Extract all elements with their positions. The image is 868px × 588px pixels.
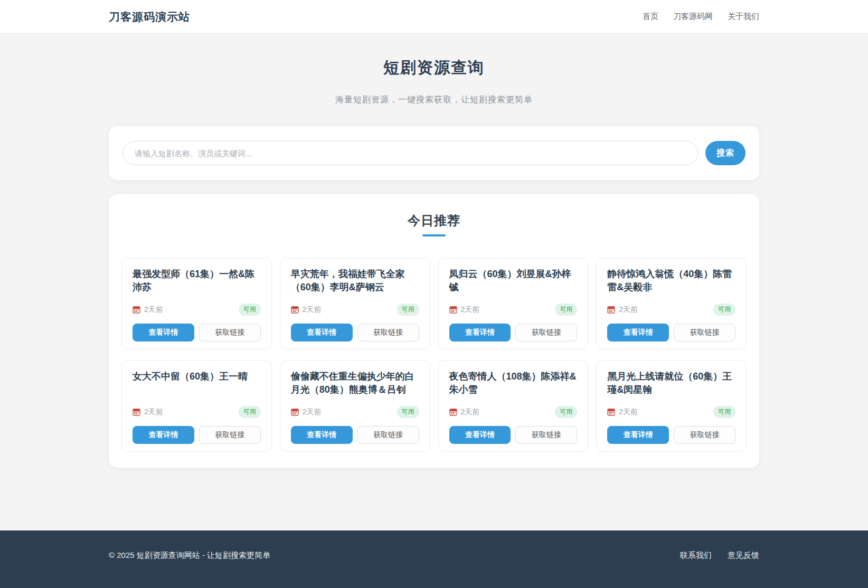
card-title: 静待惊鸿入翁慌（40集）陈雷雷&吴毅非 <box>607 268 735 294</box>
card-time: 2天前 <box>144 305 163 315</box>
card-actions: 查看详情 获取链接 <box>291 426 419 444</box>
page-title: 短剧资源查询 <box>109 57 759 79</box>
view-details-button[interactable]: 查看详情 <box>291 426 353 444</box>
calendar-icon <box>449 408 457 416</box>
calendar-icon <box>133 306 140 314</box>
calendar-icon <box>607 306 615 314</box>
calendar-icon <box>291 408 299 416</box>
card-actions: 查看详情 获取链接 <box>607 324 735 342</box>
status-badge: 可用 <box>239 304 261 316</box>
status-badge: 可用 <box>397 406 419 418</box>
calendar-icon <box>607 408 615 416</box>
card-time: 2天前 <box>461 305 480 315</box>
card-actions: 查看详情 获取链接 <box>291 324 419 342</box>
resource-card: 早灾荒年，我福娃带飞全家（60集）李明&萨钢云 2天前 可用 <box>280 258 430 349</box>
cards-grid: 最强发型师（61集）一然&陈沛苏 2天前 可用 <box>121 258 747 452</box>
card-meta: 2天前 可用 <box>449 406 578 418</box>
status-badge: 可用 <box>713 406 735 418</box>
search-panel: 搜索 <box>109 126 759 180</box>
card-title: 早灾荒年，我福娃带飞全家（60集）李明&萨钢云 <box>291 268 419 294</box>
resource-card: 黑月光上线请就位（60集）王瑾&闵星翰 2天前 可用 <box>596 360 747 452</box>
calendar-icon <box>133 408 140 416</box>
card-actions: 查看详情 获取链接 <box>449 426 578 444</box>
card-meta: 2天前 可用 <box>449 304 578 316</box>
footer-links: 联系我们 意见反馈 <box>680 551 759 561</box>
card-meta: 2天前 可用 <box>607 406 735 418</box>
footer-link-contact[interactable]: 联系我们 <box>680 551 712 561</box>
site-brand: 刀客源码演示站 <box>109 10 190 24</box>
nav-item-home[interactable]: 首页 <box>643 12 658 22</box>
get-link-button[interactable]: 获取链接 <box>674 324 735 342</box>
view-details-button[interactable]: 查看详情 <box>607 324 669 342</box>
card-title: 夜色寄情人（108集）陈添祥&朱小雪 <box>449 370 578 396</box>
view-details-button[interactable]: 查看详情 <box>449 324 511 342</box>
hero-section: 短剧资源查询 海量短剧资源，一键搜索获取，让短剧搜索更简单 <box>109 34 759 106</box>
card-meta: 2天前 可用 <box>133 304 261 316</box>
status-badge: 可用 <box>555 406 577 418</box>
page-subtitle: 海量短剧资源，一键搜索获取，让短剧搜索更简单 <box>109 94 759 106</box>
card-actions: 查看详情 获取链接 <box>133 426 261 444</box>
card-time: 2天前 <box>619 305 638 315</box>
card-title: 最强发型师（61集）一然&陈沛苏 <box>133 268 261 294</box>
search-button[interactable]: 搜索 <box>705 141 746 165</box>
nav-item-source-site[interactable]: 刀客源码网 <box>673 12 713 22</box>
resource-card: 最强发型师（61集）一然&陈沛苏 2天前 可用 <box>121 258 272 349</box>
get-link-button[interactable]: 获取链接 <box>515 426 577 444</box>
calendar-icon <box>291 306 299 314</box>
recommend-panel: 今日推荐 最强发型师（61集）一然&陈沛苏 2天前 <box>109 194 759 468</box>
resource-card: 夜色寄情人（108集）陈添祥&朱小雪 2天前 可用 <box>438 360 589 452</box>
card-title: 偷偷藏不住重生偏执少年的白月光（80集）熊奥博＆吕钊 <box>291 370 419 396</box>
site-footer: © 2025 短剧资源查询网站 - 让短剧搜索更简单 联系我们 意见反馈 <box>0 530 868 588</box>
card-title: 凤归云（60集）刘昱展&孙梓铖 <box>449 268 578 294</box>
status-badge: 可用 <box>713 304 735 316</box>
card-actions: 查看详情 获取链接 <box>133 324 261 342</box>
status-badge: 可用 <box>397 304 419 316</box>
card-meta: 2天前 可用 <box>133 406 261 418</box>
card-time: 2天前 <box>303 305 322 315</box>
card-title: 女大不中留（60集）王一晴 <box>133 370 261 396</box>
get-link-button[interactable]: 获取链接 <box>357 324 419 342</box>
status-badge: 可用 <box>555 304 577 316</box>
view-details-button[interactable]: 查看详情 <box>291 324 353 342</box>
section-title-underline <box>422 234 446 236</box>
footer-link-feedback[interactable]: 意见反馈 <box>728 551 759 561</box>
get-link-button[interactable]: 获取链接 <box>199 426 261 444</box>
card-meta: 2天前 可用 <box>291 304 419 316</box>
resource-card: 女大不中留（60集）王一晴 2天前 可用 <box>121 360 272 452</box>
view-details-button[interactable]: 查看详情 <box>133 426 194 444</box>
resource-card: 凤归云（60集）刘昱展&孙梓铖 2天前 可用 <box>438 258 589 349</box>
resource-card: 静待惊鸿入翁慌（40集）陈雷雷&吴毅非 2天前 可用 <box>596 258 747 349</box>
status-badge: 可用 <box>239 406 261 418</box>
view-details-button[interactable]: 查看详情 <box>449 426 511 444</box>
card-actions: 查看详情 获取链接 <box>449 324 578 342</box>
get-link-button[interactable]: 获取链接 <box>674 426 735 444</box>
main-nav: 首页 刀客源码网 关于我们 <box>643 12 759 22</box>
card-meta: 2天前 可用 <box>607 304 735 316</box>
card-title: 黑月光上线请就位（60集）王瑾&闵星翰 <box>607 370 735 396</box>
card-time: 2天前 <box>303 407 322 417</box>
footer-copyright: © 2025 短剧资源查询网站 - 让短剧搜索更简单 <box>109 551 270 561</box>
resource-card: 偷偷藏不住重生偏执少年的白月光（80集）熊奥博＆吕钊 2天前 可用 <box>280 360 430 452</box>
card-time: 2天前 <box>619 407 638 417</box>
view-details-button[interactable]: 查看详情 <box>607 426 669 444</box>
get-link-button[interactable]: 获取链接 <box>515 324 577 342</box>
card-meta: 2天前 可用 <box>291 406 419 418</box>
view-details-button[interactable]: 查看详情 <box>133 324 194 342</box>
calendar-icon <box>449 306 457 314</box>
section-title: 今日推荐 <box>121 212 747 229</box>
card-actions: 查看详情 获取链接 <box>607 426 735 444</box>
search-input[interactable] <box>122 141 698 165</box>
site-header: 刀客源码演示站 首页 刀客源码网 关于我们 <box>0 0 868 34</box>
nav-item-about[interactable]: 关于我们 <box>728 12 759 22</box>
get-link-button[interactable]: 获取链接 <box>199 324 261 342</box>
get-link-button[interactable]: 获取链接 <box>357 426 419 444</box>
card-time: 2天前 <box>144 407 163 417</box>
card-time: 2天前 <box>461 407 480 417</box>
